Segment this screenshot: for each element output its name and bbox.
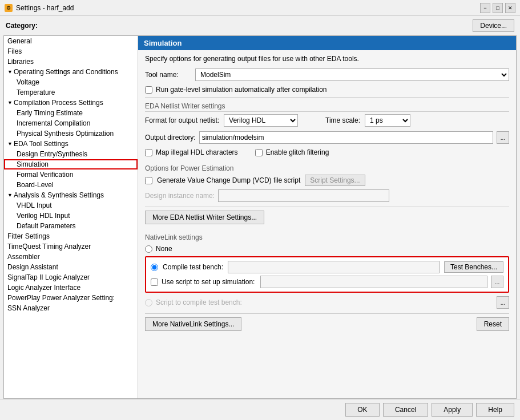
sidebar-item-design-assistant[interactable]: Design Assistant	[4, 262, 138, 272]
compile-test-bench-input[interactable]	[228, 261, 440, 273]
sidebar-label-eda: EDA Tool Settings	[14, 140, 68, 148]
use-script-browse-button[interactable]: ...	[491, 276, 503, 288]
device-button[interactable]: Device...	[473, 19, 514, 32]
use-script-input[interactable]	[260, 276, 487, 288]
generate-vcd-label: Generate Value Change Dump (VCD) file sc…	[157, 176, 300, 184]
minimize-button[interactable]: −	[480, 3, 490, 13]
sidebar-item-early-timing[interactable]: Early Timing Estimate	[4, 108, 138, 118]
sidebar-item-signaltap[interactable]: SignalTap II Logic Analyzer	[4, 272, 138, 282]
close-button[interactable]: ✕	[505, 3, 515, 13]
sidebar-item-operating-settings[interactable]: ▼ Operating Settings and Conditions	[4, 67, 138, 77]
sidebar-item-fitter-settings[interactable]: Fitter Settings	[4, 231, 138, 241]
collapse-arrow-analysis: ▼	[7, 192, 13, 198]
nativelink-section: NativeLink settings None Compile test be…	[145, 233, 509, 309]
run-gate-level-checkbox[interactable]	[145, 86, 152, 94]
power-estimation-title: Options for Power Estimation	[145, 164, 509, 172]
none-radio[interactable]	[145, 245, 152, 253]
generate-vcd-checkbox[interactable]	[145, 177, 152, 184]
description-text: Specify options for generating output fi…	[145, 55, 509, 63]
app-icon: ⚙	[5, 4, 13, 12]
sidebar-label-operating: Operating Settings and Conditions	[14, 68, 118, 76]
cancel-button[interactable]: Cancel	[383, 403, 428, 417]
help-button[interactable]: Help	[476, 403, 514, 417]
sidebar-label-analysis: Analysis & Synthesis Settings	[14, 191, 104, 199]
format-row: Format for output netlist: Verilog HDL V…	[145, 114, 509, 127]
output-dir-label: Output directory:	[145, 134, 196, 142]
timescale-select[interactable]: 1 ps 10 ps 100 ps 1 ns	[365, 114, 410, 127]
sidebar-item-logic-analyzer-interface[interactable]: Logic Analyzer Interface	[4, 282, 138, 293]
sidebar: General Files Libraries ▼ Operating Sett…	[4, 36, 138, 398]
ok-button[interactable]: OK	[345, 403, 380, 417]
sidebar-item-vhdl-input[interactable]: VHDL Input	[4, 200, 138, 211]
sidebar-item-formal-verification[interactable]: Formal Verification	[4, 169, 138, 180]
generate-vcd-row: Generate Value Change Dump (VCD) file sc…	[145, 175, 509, 186]
more-eda-settings-button[interactable]: More EDA Netlist Writer Settings...	[145, 211, 264, 224]
sidebar-item-design-entry-synthesis[interactable]: Design Entry/Synthesis	[4, 149, 138, 159]
script-compile-browse-button[interactable]: ...	[497, 296, 509, 309]
sidebar-item-libraries[interactable]: Libraries	[4, 56, 138, 67]
sidebar-item-files[interactable]: Files	[4, 46, 138, 56]
sidebar-item-verilog-hdl-input[interactable]: Verilog HDL Input	[4, 211, 138, 221]
more-nativelink-settings-button[interactable]: More NativeLink Settings...	[145, 317, 241, 331]
run-gate-level-row: Run gate-level simulation automatically …	[145, 86, 509, 94]
enable-glitch-label: Enable glitch filtering	[266, 148, 329, 156]
sidebar-label-compilation: Compilation Process Settings	[14, 99, 103, 107]
tool-name-row: Tool name: ModelSim VCS Questa NC-Sim	[145, 68, 509, 81]
checkboxes-row: Map illegal HDL characters Enable glitch…	[145, 148, 509, 160]
sidebar-item-physical-synthesis[interactable]: Physical Synthesis Optimization	[4, 128, 138, 139]
compile-test-bench-label: Compile test bench:	[163, 263, 223, 271]
test-benches-button[interactable]: Test Benches...	[444, 261, 503, 273]
design-instance-label: Design instance name:	[145, 192, 215, 200]
sidebar-item-incremental-compilation[interactable]: Incremental Compilation	[4, 118, 138, 128]
content-body: Specify options for generating output fi…	[138, 50, 516, 336]
output-dir-browse-button[interactable]: ...	[497, 131, 509, 144]
sidebar-item-simulation[interactable]: Simulation	[4, 159, 138, 169]
settings-dialog: Category: Device... General Files Librar…	[0, 16, 520, 420]
sidebar-item-ssn-analyzer[interactable]: SSN Analyzer	[4, 303, 138, 313]
sidebar-item-assembler[interactable]: Assembler	[4, 252, 138, 262]
collapse-arrow-operating: ▼	[7, 69, 13, 75]
compile-test-bench-radio[interactable]	[151, 264, 158, 271]
sidebar-item-default-parameters[interactable]: Default Parameters	[4, 221, 138, 231]
nativelink-title: NativeLink settings	[145, 233, 509, 241]
sidebar-item-temperature[interactable]: Temperature	[4, 87, 138, 98]
tool-name-select[interactable]: ModelSim VCS Questa NC-Sim	[195, 68, 509, 81]
format-select[interactable]: Verilog HDL VHDL	[224, 114, 298, 127]
tool-name-label: Tool name:	[145, 71, 191, 79]
sidebar-item-compilation-process-settings[interactable]: ▼ Compilation Process Settings	[4, 98, 138, 108]
output-dir-input[interactable]	[199, 131, 493, 144]
script-compile-radio[interactable]	[145, 299, 152, 306]
design-instance-row: Design instance name:	[145, 189, 509, 202]
main-area: General Files Libraries ▼ Operating Sett…	[3, 35, 517, 399]
enable-glitch-checkbox[interactable]	[255, 149, 263, 156]
enable-glitch-row: Enable glitch filtering	[255, 148, 329, 156]
use-script-checkbox[interactable]	[151, 278, 158, 286]
eda-netlist-writer-header: EDA Netlist Writer settings	[145, 102, 509, 112]
none-label: None	[156, 245, 172, 253]
sidebar-item-timequest[interactable]: TimeQuest Timing Analyzer	[4, 241, 138, 252]
format-label: Format for output netlist:	[145, 116, 219, 124]
apply-button[interactable]: Apply	[432, 403, 473, 417]
timescale-label: Time scale:	[325, 116, 360, 124]
maximize-button[interactable]: □	[493, 3, 503, 13]
highlighted-nativelink-box: Compile test bench: Test Benches... Use …	[145, 256, 509, 293]
design-instance-input[interactable]	[218, 189, 389, 202]
sidebar-item-analysis-synthesis-settings[interactable]: ▼ Analysis & Synthesis Settings	[4, 190, 138, 200]
window-controls: − □ ✕	[480, 3, 515, 13]
run-gate-level-label: Run gate-level simulation automatically …	[156, 86, 326, 94]
collapse-arrow-compilation: ▼	[7, 100, 13, 106]
sidebar-item-board-level[interactable]: Board-Level	[4, 180, 138, 190]
content-panel: Simulation Specify options for generatin…	[138, 36, 516, 398]
script-settings-button[interactable]: Script Settings...	[305, 175, 365, 186]
sidebar-item-general[interactable]: General	[4, 36, 138, 46]
use-script-label: Use script to set up simulation:	[162, 278, 255, 286]
map-illegal-hdl-checkbox[interactable]	[145, 149, 152, 156]
sidebar-item-powerplay[interactable]: PowerPlay Power Analyzer Setting:	[4, 293, 138, 303]
sidebar-item-eda-tool-settings[interactable]: ▼ EDA Tool Settings	[4, 139, 138, 149]
sidebar-item-voltage[interactable]: Voltage	[4, 77, 138, 87]
content-header: Simulation	[138, 36, 516, 50]
collapse-arrow-eda: ▼	[7, 141, 13, 147]
reset-button[interactable]: Reset	[477, 317, 509, 331]
power-estimation-section: Options for Power Estimation Generate Va…	[145, 164, 509, 202]
top-bar: Category: Device...	[0, 16, 520, 35]
